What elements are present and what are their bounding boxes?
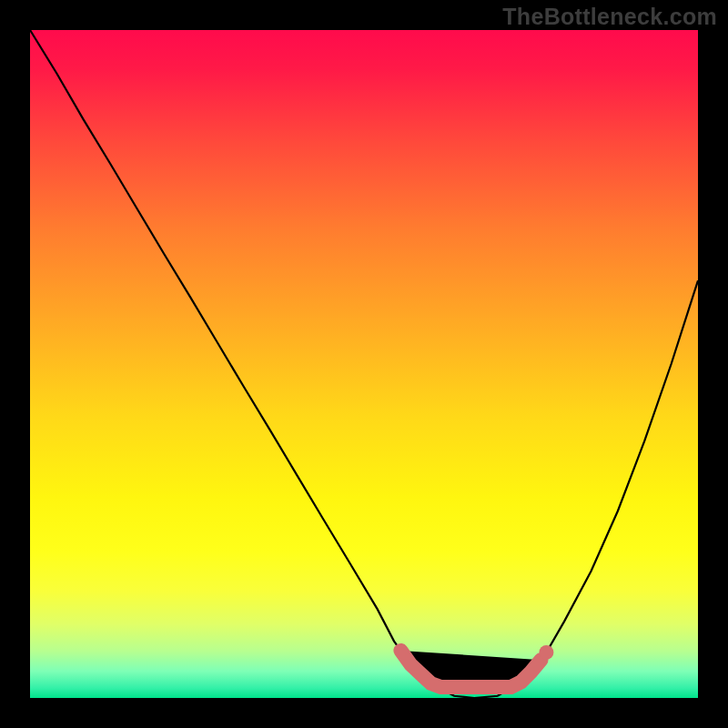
curve-path [30,30,698,698]
plot-area [30,30,698,698]
watermark: TheBottleneck.com [502,4,717,30]
bottleneck-curve [30,30,698,698]
chart-frame: TheBottleneck.com [0,0,728,728]
optimal-band-end-dot [539,645,553,660]
optimal-band [400,651,541,687]
